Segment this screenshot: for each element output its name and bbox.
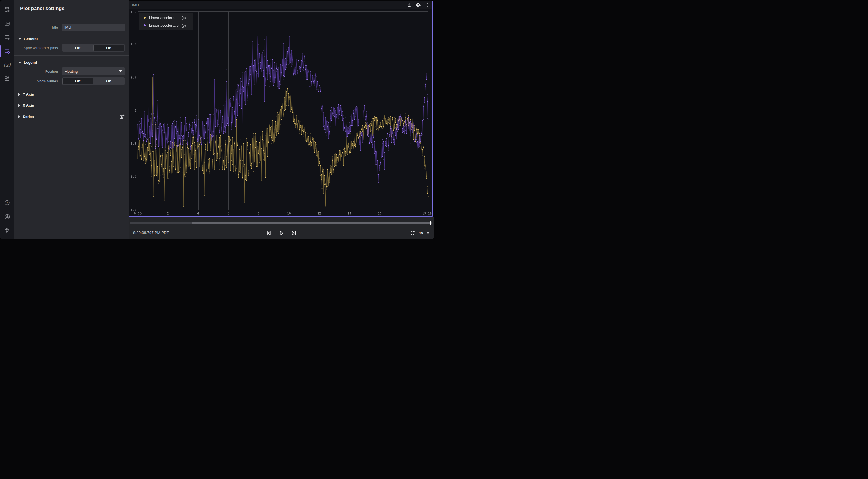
loop-icon[interactable] [410,230,415,236]
plot-panel: IMU Linear acceleration (x)Linear accele… [129,1,433,217]
account-button[interactable] [0,210,14,223]
toggle-option-off[interactable]: Off [62,78,93,84]
gear-icon[interactable] [415,2,421,8]
playback-right-cluster: 1x [410,230,429,236]
layouts-button[interactable] [0,17,14,30]
plot-titlebar[interactable]: IMU [129,1,432,9]
toggle-option-on[interactable]: On [93,78,124,84]
section-legend[interactable]: Legend [14,57,129,66]
section-general[interactable]: General [14,34,129,43]
scrubber-segment[interactable] [192,222,430,224]
section-y-axis[interactable]: Y Axis [14,89,129,100]
legend-position-value: Floating [65,69,78,73]
add-series-icon[interactable] [119,114,125,119]
svg-text:?: ? [6,201,8,205]
scrubber-segment[interactable] [130,222,192,224]
chevron-down-icon [19,38,21,40]
data-source-settings-button[interactable] [0,3,14,17]
section-series-label: Series [23,115,117,119]
legend-label: Linear acceleration (x) [149,16,186,20]
title-input[interactable] [62,24,125,31]
divider [14,55,129,56]
variables-button[interactable]: (x) [0,58,14,72]
chevron-right-icon [19,115,20,118]
legend-item-0[interactable]: Linear acceleration (x) [140,14,193,22]
sidebar-top-group: (x) [0,3,14,86]
floating-legend: Linear acceleration (x)Linear accelerati… [140,12,193,30]
help-button[interactable]: ? [0,196,14,210]
caret-down-icon [119,70,122,72]
timeline-scrubber[interactable] [130,222,432,224]
toggle-option-on[interactable]: On [93,44,124,51]
chart-area: Linear acceleration (x)Linear accelerati… [129,9,432,216]
section-series[interactable]: Series [14,111,129,123]
chevron-right-icon [19,104,20,107]
title-label: Title [14,25,62,30]
plot-toolbar [407,2,430,8]
settings-title: Plot panel settings [20,6,65,11]
panel-settings-button[interactable] [0,44,14,58]
section-legend-label: Legend [24,60,37,65]
playback-speed[interactable]: 1x [419,231,423,235]
chevron-right-icon [19,93,20,96]
caret-down-icon[interactable] [427,232,429,234]
sidebar-bottom-group: ? [0,196,14,237]
legend-item-1[interactable]: Linear acceleration (y) [140,22,193,29]
plot-title: IMU [132,3,407,7]
download-icon[interactable] [407,3,412,7]
extensions-button[interactable] [0,72,14,86]
add-panel-button[interactable] [0,30,14,44]
legend-label: Linear acceleration (y) [149,23,186,28]
show-values-label: Show values [14,79,62,83]
section-y-axis-label: Y Axis [23,92,125,96]
play-button[interactable] [277,229,285,237]
playback-bar: 8:29:06.797 PM PDT 1x [129,217,434,239]
transport-controls [129,229,434,237]
legend-dot [144,17,146,19]
legend-dot [144,24,146,26]
show-values-toggle[interactable]: OffOn [62,77,125,85]
sync-label: Sync with other plots [14,46,62,50]
plot-canvas[interactable] [129,9,432,216]
app-settings-button[interactable] [0,223,14,237]
kebab-icon[interactable] [425,3,430,7]
legend-position-label: Position [14,69,62,73]
legend-position-select[interactable]: Floating [62,67,125,75]
toggle-option-off[interactable]: Off [62,44,93,51]
seek-start-button[interactable] [265,229,273,237]
scrubber-playhead[interactable] [430,220,431,226]
settings-menu-kebab-icon[interactable] [119,6,123,11]
sync-toggle[interactable]: OffOn [62,44,125,52]
section-general-label: General [24,37,38,41]
plot-panel-settings: Plot panel settings Title General Sync w… [14,0,129,239]
section-x-axis-label: X Axis [23,103,125,108]
section-x-axis[interactable]: X Axis [14,100,129,111]
chevron-down-icon [19,62,21,63]
seek-end-button[interactable] [290,229,298,237]
left-sidebar: (x) ? [0,0,14,239]
app-window: (x) ? Plot panel settings Title General … [0,0,434,239]
